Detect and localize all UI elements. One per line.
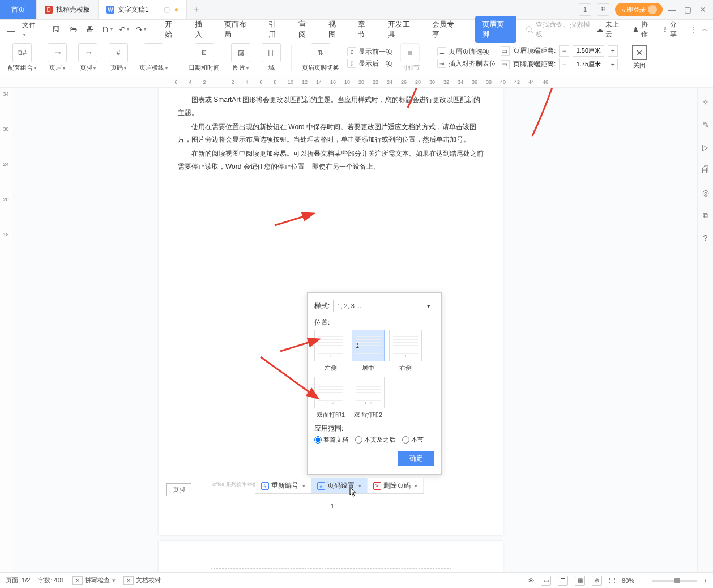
sparkle-icon[interactable]: ✧ bbox=[701, 97, 711, 107]
image-label[interactable]: 图片 bbox=[233, 63, 249, 72]
ok-button[interactable]: 确定 bbox=[398, 451, 434, 466]
login-button[interactable]: 立即登录 bbox=[615, 3, 663, 16]
menu-reference[interactable]: 引用 bbox=[267, 16, 284, 43]
apps-icon[interactable]: ⠿ bbox=[597, 3, 609, 16]
headerline-icon[interactable]: — bbox=[144, 43, 163, 62]
qat-preview-icon[interactable]: 🗋 bbox=[101, 24, 113, 35]
tab-home[interactable]: 首页 bbox=[0, 0, 37, 19]
menu-section[interactable]: 章节 bbox=[357, 16, 373, 43]
hdr-dist-input[interactable] bbox=[573, 45, 604, 57]
pos-center[interactable]: 1 bbox=[352, 330, 385, 361]
footer-label[interactable]: 页脚 bbox=[80, 63, 96, 72]
horizontal-ruler[interactable]: 6422468101214161820222426283032343638404… bbox=[0, 76, 713, 88]
vertical-ruler[interactable]: 3430242018 bbox=[0, 88, 12, 572]
zoom-out[interactable]: − bbox=[641, 577, 644, 584]
same-prev-icon[interactable]: ≣ bbox=[400, 43, 420, 62]
datetime-label[interactable]: 日期和时间 bbox=[189, 63, 220, 72]
cloud-status[interactable]: ☁未上云 bbox=[596, 20, 625, 39]
combo-label[interactable]: 配套组合 bbox=[8, 63, 36, 72]
eye-icon[interactable]: 👁 bbox=[528, 577, 534, 584]
word-count[interactable]: 字数: 401 bbox=[38, 576, 64, 585]
view-read-icon[interactable]: ⊕ bbox=[592, 576, 602, 586]
combo-icon[interactable]: ⧉# bbox=[12, 43, 32, 62]
tab-templates[interactable]: D 找稻壳模板 bbox=[37, 0, 99, 19]
maximize-button[interactable]: ▢ bbox=[684, 5, 691, 14]
book-icon[interactable]: ⧉ bbox=[701, 210, 711, 220]
menu-review[interactable]: 审阅 bbox=[297, 16, 314, 43]
menu-headerfooter[interactable]: 页眉页脚 bbox=[475, 16, 517, 43]
datetime-icon[interactable]: 🗓 bbox=[195, 43, 214, 62]
close-window-button[interactable]: ✕ bbox=[699, 5, 706, 14]
qat-redo-icon[interactable]: ↷ bbox=[135, 24, 147, 35]
footer-icon[interactable]: ▭ bbox=[78, 43, 97, 62]
field-icon[interactable]: ⟦⟧ bbox=[262, 43, 281, 62]
pagenum-settings-button[interactable]: #页码设置 bbox=[311, 478, 368, 493]
radio-this-section[interactable]: 本节 bbox=[402, 436, 424, 444]
close-headerfooter[interactable]: ✕ 关闭 bbox=[632, 45, 647, 70]
spellcheck-button[interactable]: ✕拼写检查▾ bbox=[72, 576, 116, 585]
proofing-button[interactable]: ✕文档校对 bbox=[123, 576, 161, 585]
ftr-plus[interactable]: + bbox=[608, 59, 618, 70]
header-label[interactable]: 页眉 bbox=[49, 63, 65, 72]
qat-save-icon[interactable]: 🖫 bbox=[50, 24, 62, 35]
field-label[interactable]: 域 bbox=[268, 63, 275, 72]
ftr-minus[interactable]: − bbox=[559, 59, 569, 70]
minimize-button[interactable]: — bbox=[668, 5, 676, 14]
menu-pagelayout[interactable]: 页面布局 bbox=[223, 16, 254, 43]
share-button[interactable]: ⇪分享 bbox=[662, 20, 682, 39]
page-indicator[interactable]: 页面: 1/2 bbox=[6, 576, 30, 585]
fullscreen-icon[interactable]: ⛶ bbox=[609, 577, 615, 584]
pointer-icon[interactable]: ▷ bbox=[701, 142, 711, 152]
qat-open-icon[interactable]: 🗁 bbox=[67, 24, 79, 35]
hf-options[interactable]: ☰页眉页脚选项 bbox=[437, 47, 496, 57]
hf-toggle-icon[interactable]: ⇅ bbox=[311, 43, 330, 62]
style-select[interactable]: 1, 2, 3 ...▾ bbox=[333, 300, 434, 312]
zoom-in[interactable]: + bbox=[704, 577, 707, 584]
zoom-slider[interactable] bbox=[652, 580, 697, 582]
search-command[interactable]: 查找命令、搜索模板 bbox=[526, 20, 595, 39]
radio-this-and-after[interactable]: 本页及之后 bbox=[355, 436, 395, 444]
view-page-icon[interactable]: ▭ bbox=[541, 576, 551, 586]
qat-print-icon[interactable]: 🖶 bbox=[84, 24, 96, 35]
zoom-value[interactable]: 80% bbox=[622, 577, 634, 584]
pos-right[interactable]: 1 bbox=[389, 330, 422, 361]
target-icon[interactable]: ◎ bbox=[701, 188, 711, 198]
pagenum-icon[interactable]: # bbox=[109, 43, 128, 62]
collapse-icon[interactable]: ︿ bbox=[702, 24, 708, 34]
qat-undo-icon[interactable]: ↶ bbox=[118, 24, 130, 35]
help-icon[interactable]: ? bbox=[701, 233, 711, 243]
pos-duplex2[interactable]: 1 2 bbox=[352, 377, 385, 408]
pos-duplex1[interactable]: 1 2 bbox=[314, 377, 347, 408]
clipboard-icon[interactable]: 🗐 bbox=[701, 165, 711, 175]
delete-pagenum-button[interactable]: ✕删除页码 bbox=[368, 478, 424, 493]
header-edit-area[interactable] bbox=[211, 568, 451, 572]
menu-view[interactable]: 视图 bbox=[327, 16, 344, 43]
headerline-label[interactable]: 页眉横线 bbox=[139, 63, 168, 72]
window-count-icon[interactable]: 1 bbox=[579, 3, 591, 16]
menu-member[interactable]: 会员专享 bbox=[431, 16, 462, 43]
insert-align-tab[interactable]: ⇥插入对齐制表位 bbox=[437, 59, 496, 69]
document-body[interactable]: 图表或 SmartArt 图形将会更改以匹配新的主题。当应用样式时，您的标题会进… bbox=[159, 88, 503, 173]
coop-button[interactable]: ♟协作 bbox=[633, 20, 654, 39]
view-web-icon[interactable]: ▦ bbox=[575, 576, 585, 586]
show-next[interactable]: ↧显示后一项 bbox=[347, 59, 392, 69]
pos-left[interactable]: 1 bbox=[314, 330, 347, 361]
pagenum-label[interactable]: 页码 bbox=[110, 63, 126, 72]
header-icon[interactable]: ▭ bbox=[48, 43, 67, 62]
menu-devtools[interactable]: 开发工具 bbox=[387, 16, 417, 43]
image-icon[interactable]: ▨ bbox=[231, 43, 250, 62]
more-icon[interactable]: ⋮ bbox=[690, 25, 697, 33]
radio-whole-doc[interactable]: 整篇文档 bbox=[314, 436, 348, 444]
view-outline-icon[interactable]: ≣ bbox=[558, 576, 568, 586]
renumber-button[interactable]: #重新编号 bbox=[255, 478, 311, 493]
menu-start[interactable]: 开始 bbox=[164, 16, 180, 43]
hf-toggle-label[interactable]: 页眉页脚切换 bbox=[302, 63, 339, 72]
pen-icon[interactable]: ✎ bbox=[701, 120, 711, 130]
hamburger-icon[interactable] bbox=[5, 27, 16, 32]
footer-indicator[interactable]: 页脚 bbox=[166, 483, 191, 496]
ftr-dist-input[interactable] bbox=[573, 59, 604, 70]
file-menu[interactable]: 文件 bbox=[18, 20, 43, 38]
show-prev[interactable]: ↥显示前一项 bbox=[347, 47, 392, 57]
menu-insert[interactable]: 插入 bbox=[194, 16, 210, 43]
hdr-plus[interactable]: + bbox=[608, 45, 618, 57]
